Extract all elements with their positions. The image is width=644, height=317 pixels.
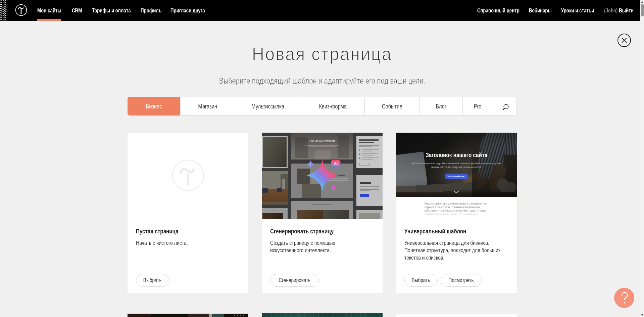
svg-text:AI: AI <box>334 162 338 166</box>
